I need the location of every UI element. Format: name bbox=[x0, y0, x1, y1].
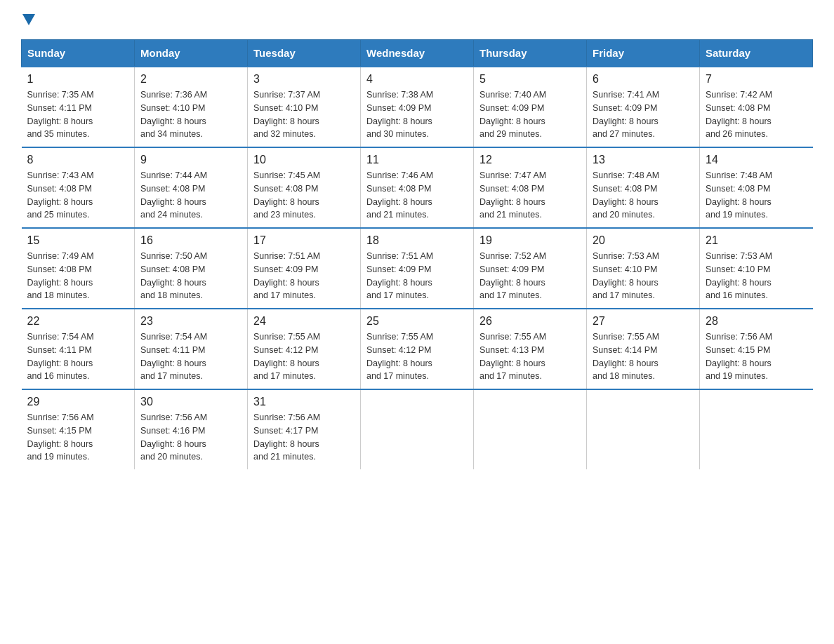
header-saturday: Saturday bbox=[700, 40, 813, 67]
calendar-cell: 31Sunrise: 7:56 AMSunset: 4:17 PMDayligh… bbox=[248, 389, 361, 469]
day-info: Sunrise: 7:53 AMSunset: 4:10 PMDaylight:… bbox=[593, 250, 694, 302]
day-number: 26 bbox=[479, 315, 581, 328]
day-info: Sunrise: 7:36 AMSunset: 4:10 PMDaylight:… bbox=[140, 88, 241, 141]
svg-marker-0 bbox=[22, 14, 35, 25]
calendar-cell: 20Sunrise: 7:53 AMSunset: 4:10 PMDayligh… bbox=[587, 228, 700, 309]
day-number: 9 bbox=[140, 154, 241, 166]
day-number: 18 bbox=[366, 234, 468, 247]
day-number: 5 bbox=[479, 73, 581, 86]
day-number: 7 bbox=[706, 73, 807, 86]
day-number: 12 bbox=[479, 154, 581, 166]
day-number: 25 bbox=[366, 315, 468, 328]
day-info: Sunrise: 7:52 AMSunset: 4:09 PMDaylight:… bbox=[479, 250, 581, 302]
day-number: 11 bbox=[366, 154, 468, 166]
day-info: Sunrise: 7:48 AMSunset: 4:08 PMDaylight:… bbox=[706, 169, 807, 222]
day-number: 17 bbox=[253, 234, 355, 247]
day-number: 21 bbox=[706, 234, 807, 247]
day-info: Sunrise: 7:45 AMSunset: 4:08 PMDaylight:… bbox=[253, 169, 355, 222]
day-info: Sunrise: 7:56 AMSunset: 4:15 PMDaylight:… bbox=[27, 411, 129, 464]
day-info: Sunrise: 7:42 AMSunset: 4:08 PMDaylight:… bbox=[706, 88, 807, 141]
day-info: Sunrise: 7:55 AMSunset: 4:12 PMDaylight:… bbox=[253, 330, 355, 383]
day-info: Sunrise: 7:53 AMSunset: 4:10 PMDaylight:… bbox=[706, 250, 807, 302]
calendar-cell: 16Sunrise: 7:50 AMSunset: 4:08 PMDayligh… bbox=[135, 228, 248, 309]
day-info: Sunrise: 7:56 AMSunset: 4:15 PMDaylight:… bbox=[706, 330, 807, 383]
day-info: Sunrise: 7:55 AMSunset: 4:12 PMDaylight:… bbox=[366, 330, 468, 383]
day-number: 31 bbox=[253, 396, 355, 408]
calendar-cell: 25Sunrise: 7:55 AMSunset: 4:12 PMDayligh… bbox=[361, 309, 474, 389]
logo-arrow-icon bbox=[22, 14, 35, 25]
day-number: 16 bbox=[140, 234, 241, 247]
day-number: 22 bbox=[27, 315, 129, 328]
calendar-cell: 27Sunrise: 7:55 AMSunset: 4:14 PMDayligh… bbox=[587, 309, 700, 389]
day-number: 27 bbox=[593, 315, 694, 328]
calendar-cell: 4Sunrise: 7:38 AMSunset: 4:09 PMDaylight… bbox=[361, 67, 474, 147]
calendar-cell: 18Sunrise: 7:51 AMSunset: 4:09 PMDayligh… bbox=[361, 228, 474, 309]
calendar-cell: 17Sunrise: 7:51 AMSunset: 4:09 PMDayligh… bbox=[248, 228, 361, 309]
day-number: 4 bbox=[366, 73, 468, 86]
day-info: Sunrise: 7:48 AMSunset: 4:08 PMDaylight:… bbox=[593, 169, 694, 222]
day-number: 29 bbox=[27, 396, 129, 408]
calendar-cell: 11Sunrise: 7:46 AMSunset: 4:08 PMDayligh… bbox=[361, 147, 474, 228]
day-info: Sunrise: 7:50 AMSunset: 4:08 PMDaylight:… bbox=[140, 250, 241, 302]
day-info: Sunrise: 7:46 AMSunset: 4:08 PMDaylight:… bbox=[366, 169, 468, 222]
day-info: Sunrise: 7:54 AMSunset: 4:11 PMDaylight:… bbox=[140, 330, 241, 383]
calendar-cell: 7Sunrise: 7:42 AMSunset: 4:08 PMDaylight… bbox=[700, 67, 813, 147]
calendar-cell: 14Sunrise: 7:48 AMSunset: 4:08 PMDayligh… bbox=[700, 147, 813, 228]
day-number: 1 bbox=[27, 73, 129, 86]
calendar-cell bbox=[700, 389, 813, 469]
calendar-cell: 26Sunrise: 7:55 AMSunset: 4:13 PMDayligh… bbox=[474, 309, 587, 389]
day-info: Sunrise: 7:40 AMSunset: 4:09 PMDaylight:… bbox=[479, 88, 581, 141]
day-number: 28 bbox=[706, 315, 807, 328]
day-info: Sunrise: 7:43 AMSunset: 4:08 PMDaylight:… bbox=[27, 169, 129, 222]
calendar-cell: 28Sunrise: 7:56 AMSunset: 4:15 PMDayligh… bbox=[700, 309, 813, 389]
day-number: 2 bbox=[140, 73, 241, 86]
calendar-cell bbox=[587, 389, 700, 469]
header-tuesday: Tuesday bbox=[248, 40, 361, 67]
calendar-cell: 9Sunrise: 7:44 AMSunset: 4:08 PMDaylight… bbox=[135, 147, 248, 228]
calendar-cell: 8Sunrise: 7:43 AMSunset: 4:08 PMDaylight… bbox=[22, 147, 135, 228]
week-row-5: 29Sunrise: 7:56 AMSunset: 4:15 PMDayligh… bbox=[22, 389, 813, 469]
logo bbox=[21, 14, 37, 25]
calendar-cell: 13Sunrise: 7:48 AMSunset: 4:08 PMDayligh… bbox=[587, 147, 700, 228]
day-number: 8 bbox=[27, 154, 129, 166]
page-header bbox=[21, 14, 813, 25]
calendar-cell: 2Sunrise: 7:36 AMSunset: 4:10 PMDaylight… bbox=[135, 67, 248, 147]
week-row-4: 22Sunrise: 7:54 AMSunset: 4:11 PMDayligh… bbox=[22, 309, 813, 389]
calendar-cell: 1Sunrise: 7:35 AMSunset: 4:11 PMDaylight… bbox=[22, 67, 135, 147]
day-info: Sunrise: 7:44 AMSunset: 4:08 PMDaylight:… bbox=[140, 169, 241, 222]
day-info: Sunrise: 7:47 AMSunset: 4:08 PMDaylight:… bbox=[479, 169, 581, 222]
day-info: Sunrise: 7:55 AMSunset: 4:14 PMDaylight:… bbox=[593, 330, 694, 383]
day-number: 6 bbox=[593, 73, 694, 86]
day-info: Sunrise: 7:54 AMSunset: 4:11 PMDaylight:… bbox=[27, 330, 129, 383]
day-number: 14 bbox=[706, 154, 807, 166]
day-number: 3 bbox=[253, 73, 355, 86]
day-number: 10 bbox=[253, 154, 355, 166]
day-number: 24 bbox=[253, 315, 355, 328]
calendar-cell: 3Sunrise: 7:37 AMSunset: 4:10 PMDaylight… bbox=[248, 67, 361, 147]
week-row-1: 1Sunrise: 7:35 AMSunset: 4:11 PMDaylight… bbox=[22, 67, 813, 147]
calendar-cell: 19Sunrise: 7:52 AMSunset: 4:09 PMDayligh… bbox=[474, 228, 587, 309]
day-info: Sunrise: 7:41 AMSunset: 4:09 PMDaylight:… bbox=[593, 88, 694, 141]
day-number: 13 bbox=[593, 154, 694, 166]
day-info: Sunrise: 7:35 AMSunset: 4:11 PMDaylight:… bbox=[27, 88, 129, 141]
week-row-3: 15Sunrise: 7:49 AMSunset: 4:08 PMDayligh… bbox=[22, 228, 813, 309]
calendar-cell: 5Sunrise: 7:40 AMSunset: 4:09 PMDaylight… bbox=[474, 67, 587, 147]
calendar-cell: 30Sunrise: 7:56 AMSunset: 4:16 PMDayligh… bbox=[135, 389, 248, 469]
day-info: Sunrise: 7:51 AMSunset: 4:09 PMDaylight:… bbox=[366, 250, 468, 302]
day-number: 30 bbox=[140, 396, 241, 408]
day-info: Sunrise: 7:37 AMSunset: 4:10 PMDaylight:… bbox=[253, 88, 355, 141]
day-info: Sunrise: 7:38 AMSunset: 4:09 PMDaylight:… bbox=[366, 88, 468, 141]
calendar-cell: 15Sunrise: 7:49 AMSunset: 4:08 PMDayligh… bbox=[22, 228, 135, 309]
day-info: Sunrise: 7:56 AMSunset: 4:16 PMDaylight:… bbox=[140, 411, 241, 464]
calendar-cell bbox=[361, 389, 474, 469]
calendar-cell bbox=[474, 389, 587, 469]
header-friday: Friday bbox=[587, 40, 700, 67]
calendar-cell: 21Sunrise: 7:53 AMSunset: 4:10 PMDayligh… bbox=[700, 228, 813, 309]
day-info: Sunrise: 7:49 AMSunset: 4:08 PMDaylight:… bbox=[27, 250, 129, 302]
calendar-cell: 10Sunrise: 7:45 AMSunset: 4:08 PMDayligh… bbox=[248, 147, 361, 228]
day-info: Sunrise: 7:51 AMSunset: 4:09 PMDaylight:… bbox=[253, 250, 355, 302]
day-number: 15 bbox=[27, 234, 129, 247]
week-row-2: 8Sunrise: 7:43 AMSunset: 4:08 PMDaylight… bbox=[22, 147, 813, 228]
day-number: 19 bbox=[479, 234, 581, 247]
weekday-header-row: SundayMondayTuesdayWednesdayThursdayFrid… bbox=[22, 40, 813, 67]
